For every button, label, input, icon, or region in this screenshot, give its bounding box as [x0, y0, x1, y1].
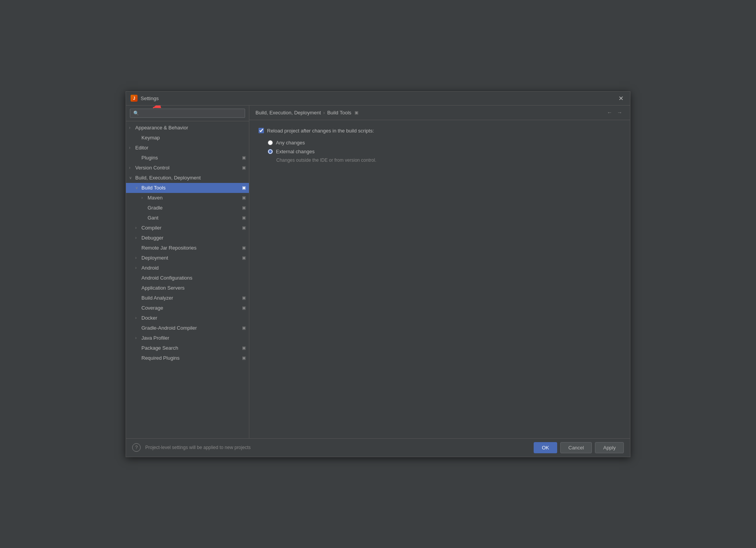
nav-back-button[interactable]: ← — [605, 109, 614, 116]
sidebar-item-label: Gradle-Android Compiler — [141, 325, 240, 331]
breadcrumb-separator: › — [323, 110, 325, 116]
sidebar-tree: › Appearance & Behavior Keymap › Editor … — [126, 121, 249, 438]
chevron-icon: › — [135, 266, 141, 270]
status-text: Project-level settings will be applied t… — [145, 445, 250, 450]
navigation-arrows: ← → — [605, 109, 624, 116]
settings-icon: ▣ — [242, 245, 246, 250]
chevron-icon: ∨ — [135, 186, 141, 190]
chevron-icon: › — [135, 316, 141, 320]
sidebar-item-build-execution-deployment[interactable]: ∨ Build, Execution, Deployment — [126, 173, 249, 183]
settings-icon: ▣ — [242, 225, 246, 230]
sidebar: 输入Maven › A — [126, 106, 249, 438]
sidebar-item-coverage[interactable]: Coverage ▣ — [126, 303, 249, 313]
sidebar-item-label: Version Control — [135, 165, 240, 171]
svg-line-1 — [153, 106, 180, 108]
settings-icon: ▣ — [242, 255, 246, 260]
settings-icon: ▣ — [242, 305, 246, 310]
title-bar: J Settings ✕ — [126, 92, 630, 106]
settings-icon: ▣ — [242, 155, 246, 160]
sidebar-item-label: Deployment — [141, 255, 240, 261]
chevron-icon: › — [129, 166, 135, 170]
bottom-bar: ? Project-level settings will be applied… — [126, 438, 630, 457]
sidebar-item-editor[interactable]: › Editor — [126, 143, 249, 153]
settings-icon: ▣ — [242, 195, 246, 200]
sidebar-item-plugins[interactable]: Plugins ▣ — [126, 153, 249, 163]
help-button[interactable]: ? — [132, 443, 141, 452]
external-changes-radio[interactable] — [268, 149, 273, 154]
sidebar-item-label: Compiler — [141, 225, 240, 231]
sidebar-item-build-tools[interactable]: ∨ Build Tools ▣ — [126, 183, 249, 193]
breadcrumb-current: Build Tools — [327, 110, 351, 116]
sidebar-item-label: Android Configurations — [141, 275, 246, 281]
sidebar-item-label: Java Profiler — [141, 335, 246, 341]
sidebar-item-compiler[interactable]: › Compiler ▣ — [126, 223, 249, 233]
search-input[interactable] — [130, 109, 245, 118]
cancel-button[interactable]: Cancel — [560, 442, 592, 453]
sidebar-item-label: Gradle — [148, 205, 240, 211]
main-content: 输入Maven › A — [126, 106, 630, 438]
settings-content: Reload project after changes in the buil… — [249, 120, 630, 438]
any-changes-radio[interactable] — [268, 140, 273, 145]
settings-icon: ▣ — [242, 165, 246, 170]
settings-icon: ▣ — [242, 345, 246, 350]
sidebar-item-package-search[interactable]: Package Search ▣ — [126, 343, 249, 353]
any-changes-radio-row: Any changes — [268, 140, 621, 146]
chevron-icon: › — [129, 146, 135, 150]
sidebar-item-required-plugins[interactable]: Required Plugins ▣ — [126, 353, 249, 363]
sidebar-item-label: Debugger — [141, 235, 246, 241]
sidebar-item-gant[interactable]: Gant ▣ — [126, 213, 249, 223]
chevron-icon: ∨ — [129, 176, 135, 180]
external-changes-description: Changes outside the IDE or from version … — [276, 158, 621, 163]
sidebar-item-android[interactable]: › Android — [126, 263, 249, 273]
sidebar-item-label: Editor — [135, 145, 246, 151]
chevron-icon: › — [135, 236, 141, 240]
sidebar-item-java-profiler[interactable]: › Java Profiler — [126, 333, 249, 343]
sidebar-item-label: Appearance & Behavior — [135, 125, 246, 131]
sidebar-item-docker[interactable]: › Docker — [126, 313, 249, 323]
nav-forward-button[interactable]: → — [615, 109, 624, 116]
close-button[interactable]: ✕ — [616, 94, 625, 103]
reload-checkbox[interactable] — [259, 128, 264, 133]
sidebar-item-label: Maven — [148, 195, 240, 201]
reload-checkbox-row: Reload project after changes in the buil… — [259, 128, 621, 134]
sidebar-item-gradle[interactable]: Gradle ▣ — [126, 203, 249, 213]
sidebar-item-android-configurations[interactable]: Android Configurations — [126, 273, 249, 283]
chevron-icon: › — [129, 126, 135, 130]
sidebar-item-keymap[interactable]: Keymap — [126, 133, 249, 143]
sidebar-item-label: Required Plugins — [141, 355, 240, 361]
bottom-buttons: OK Cancel Apply — [534, 442, 624, 453]
sidebar-item-label: Remote Jar Repositories — [141, 245, 240, 251]
breadcrumb-bar: Build, Execution, Deployment › Build Too… — [249, 106, 630, 120]
sidebar-item-build-analyzer[interactable]: Build Analyzer ▣ — [126, 293, 249, 303]
settings-icon: ▣ — [242, 295, 246, 300]
chevron-icon: › — [135, 256, 141, 260]
settings-icon: ▣ — [242, 215, 246, 220]
sidebar-item-deployment[interactable]: › Deployment ▣ — [126, 253, 249, 263]
dialog-title: Settings — [141, 96, 616, 101]
app-icon: J — [131, 95, 138, 102]
sidebar-item-application-servers[interactable]: Application Servers — [126, 283, 249, 293]
sidebar-item-label: Docker — [141, 315, 246, 321]
sidebar-item-label: Gant — [148, 215, 240, 221]
sidebar-item-maven[interactable]: › Maven ▣ — [126, 193, 249, 203]
search-box: 输入Maven — [126, 106, 249, 121]
ok-button[interactable]: OK — [534, 442, 557, 453]
sidebar-item-label: Coverage — [141, 305, 240, 311]
external-changes-radio-row: External changes — [268, 149, 621, 154]
sidebar-item-remote-jar-repositories[interactable]: Remote Jar Repositories ▣ — [126, 243, 249, 253]
sidebar-item-appearance-behavior[interactable]: › Appearance & Behavior — [126, 123, 249, 133]
settings-icon: ▣ — [242, 185, 246, 190]
apply-button[interactable]: Apply — [595, 442, 624, 453]
sidebar-item-debugger[interactable]: › Debugger — [126, 233, 249, 243]
sidebar-item-label: Package Search — [141, 345, 240, 351]
chevron-icon: › — [141, 196, 148, 200]
main-panel: Build, Execution, Deployment › Build Too… — [249, 106, 630, 438]
sidebar-item-label: Build, Execution, Deployment — [135, 175, 246, 181]
sidebar-item-label: Build Tools — [141, 185, 240, 191]
sidebar-item-gradle-android-compiler[interactable]: Gradle-Android Compiler ▣ — [126, 323, 249, 333]
reload-checkbox-label: Reload project after changes in the buil… — [267, 128, 374, 134]
chevron-icon: › — [135, 226, 141, 230]
settings-icon: ▣ — [242, 205, 246, 210]
sidebar-item-label: Application Servers — [141, 285, 246, 291]
sidebar-item-version-control[interactable]: › Version Control ▣ — [126, 163, 249, 173]
